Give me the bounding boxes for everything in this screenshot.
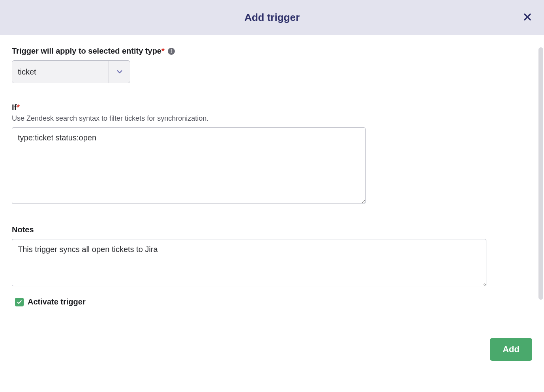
activate-trigger-label: Activate trigger — [28, 297, 86, 306]
notes-textarea[interactable] — [12, 239, 486, 286]
notes-label: Notes — [12, 225, 532, 234]
info-icon[interactable]: ! — [168, 48, 175, 55]
notes-field-group: Notes — [12, 225, 532, 288]
dialog-footer: Add — [0, 333, 544, 392]
entity-type-select[interactable]: ticket — [12, 60, 130, 83]
add-trigger-dialog: Add trigger Trigger will apply to select… — [0, 0, 544, 392]
required-asterisk: * — [17, 103, 20, 112]
add-button[interactable]: Add — [490, 338, 532, 361]
chevron-down-icon — [109, 61, 130, 83]
close-icon — [523, 11, 531, 23]
close-button[interactable] — [522, 10, 533, 24]
dialog-body: Trigger will apply to selected entity ty… — [0, 35, 544, 333]
check-icon — [17, 299, 22, 305]
if-field-group: If* Use Zendesk search syntax to filter … — [12, 103, 532, 205]
dialog-title: Add trigger — [244, 11, 300, 24]
required-asterisk: * — [161, 47, 165, 55]
if-help-text: Use Zendesk search syntax to filter tick… — [12, 114, 532, 123]
entity-type-label: Trigger will apply to selected entity ty… — [12, 47, 532, 56]
entity-type-label-text: Trigger will apply to selected entity ty… — [12, 47, 161, 55]
activate-trigger-checkbox[interactable] — [15, 298, 24, 306]
if-label: If* — [12, 103, 532, 112]
entity-type-field-group: Trigger will apply to selected entity ty… — [12, 47, 532, 83]
activate-trigger-row: Activate trigger — [12, 297, 532, 306]
dialog-header: Add trigger — [0, 0, 544, 35]
entity-type-selected-value: ticket — [12, 61, 109, 83]
if-label-text: If — [12, 103, 17, 112]
if-textarea[interactable] — [12, 127, 366, 204]
scrollbar-thumb[interactable] — [538, 47, 543, 300]
